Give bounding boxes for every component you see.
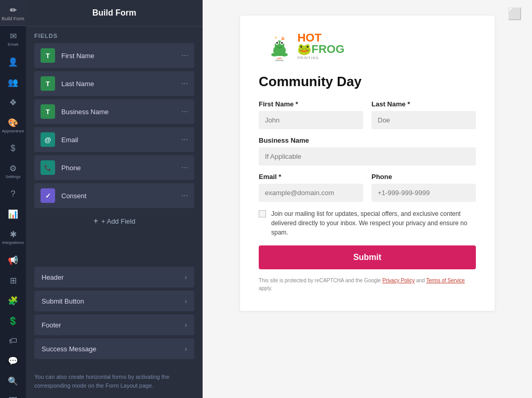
nav-item-group[interactable]: 👥 (0, 72, 26, 92)
terms-link[interactable]: Terms of Service (426, 278, 464, 283)
nav-item-apps[interactable]: ⊞ (0, 270, 26, 291)
business-name-input[interactable] (259, 147, 476, 166)
nav-item-help-circle[interactable]: ? (0, 184, 26, 204)
fields-section-label: FIELDS (34, 33, 194, 39)
name-row: First Name * Last Name * (259, 100, 476, 129)
add-field-plus-icon: + (94, 216, 98, 226)
email-nav-icon: ✉ (10, 31, 17, 41)
nav-item-user[interactable]: 👤 (0, 52, 26, 72)
svg-point-6 (271, 53, 278, 57)
main-area: ⬜ HOT (203, 0, 532, 398)
last-name-group: Last Name * (371, 100, 476, 129)
field-icon-phone: 📞 (41, 160, 55, 175)
integrations-nav-label: Integrations (2, 240, 24, 245)
svg-point-7 (281, 53, 288, 57)
last-name-label: Last Name * (371, 100, 476, 108)
field-icon-consent: ✓ (41, 188, 55, 203)
hot-frog-logo: HOT PRINTING (259, 32, 300, 63)
field-item-consent[interactable]: ✓ Consent ··· (34, 183, 194, 208)
section-item-header[interactable]: Header › (34, 267, 194, 287)
field-menu-consent[interactable]: ··· (181, 191, 188, 200)
section-item-footer[interactable]: Footer › (34, 314, 194, 335)
phone-label: Phone (371, 173, 476, 181)
apps-icon: ⊞ (10, 276, 17, 285)
field-icon-business-name: T (41, 104, 55, 119)
add-field-button[interactable]: + + Add Field (34, 211, 194, 231)
section-footer-label: Footer (42, 321, 184, 329)
tags-icon: 🏷 (9, 336, 17, 346)
section-success-label: Success Message (42, 345, 184, 353)
phone-input[interactable] (371, 184, 476, 202)
nav-item-widgets[interactable]: ❖ (0, 92, 26, 113)
business-name-group: Business Name (259, 136, 476, 166)
nav-item-billing[interactable]: $ (0, 139, 26, 158)
nav-item-addons[interactable]: 🧩 (0, 291, 26, 311)
sidebar-content: FIELDS T First Name ··· T Last Name ··· … (26, 26, 203, 263)
consent-checkbox[interactable] (259, 210, 266, 217)
field-menu-email[interactable]: ··· (181, 135, 188, 144)
first-name-input[interactable] (259, 111, 363, 129)
field-menu-business-name[interactable]: ··· (181, 107, 188, 116)
sidebar: Build Form FIELDS T First Name ··· T Las… (26, 0, 203, 398)
field-icon-last-name: T (41, 76, 55, 91)
field-label-email: Email (61, 136, 181, 144)
sidebar-header: Build Form (26, 0, 203, 26)
svg-point-4 (276, 42, 278, 44)
field-label-consent: Consent (61, 192, 181, 200)
last-name-input[interactable] (371, 111, 476, 129)
section-item-success-message[interactable]: Success Message › (34, 338, 194, 359)
nav-item-media[interactable]: 🖼 (0, 391, 26, 398)
field-label-last-name: Last Name (61, 80, 181, 88)
field-label-first-name: First Name (61, 52, 181, 60)
section-success-chevron: › (184, 345, 187, 353)
campaigns-icon: 📢 (8, 255, 18, 265)
settings-nav-label: Settings (6, 174, 21, 179)
phone-group: Phone (371, 173, 476, 202)
field-menu-phone[interactable]: ··· (181, 163, 188, 172)
privacy-policy-link[interactable]: Privacy Policy (382, 278, 415, 283)
icon-nav-top: ✉ Email 👤 👥 ❖ 🎨 Appearance $ ⚙ Settings … (0, 26, 26, 398)
nav-brand[interactable]: ✏ Build Form (0, 0, 26, 26)
field-menu-last-name[interactable]: ··· (181, 79, 188, 88)
tablet-icon[interactable]: ⬜ (508, 7, 522, 21)
nav-item-appearance[interactable]: 🎨 Appearance (0, 113, 26, 139)
help-circle-icon: ? (11, 189, 16, 199)
sidebar-hint: You can also create horizontal forms by … (26, 368, 203, 398)
nav-item-analytics[interactable]: 📊 (0, 204, 26, 224)
nav-brand-label: Build Form (2, 16, 24, 21)
business-row: Business Name (259, 136, 476, 166)
svg-text:PRINTING: PRINTING (275, 60, 284, 62)
section-item-submit-button[interactable]: Submit Button › (34, 291, 194, 311)
section-header-label: Header (42, 273, 184, 281)
nav-item-campaigns[interactable]: 📢 (0, 250, 26, 270)
email-input[interactable] (259, 184, 363, 202)
field-item-last-name[interactable]: T Last Name ··· (34, 71, 194, 96)
form-logo: HOT PRINTING HOT 🐸FROG PRINTING (259, 32, 476, 65)
submit-button[interactable]: Submit (259, 245, 476, 269)
field-menu-first-name[interactable]: ··· (181, 51, 188, 60)
email-group: Email * (259, 173, 363, 202)
nav-item-tags[interactable]: 🏷 (0, 331, 26, 351)
email-nav-label: Email (8, 42, 18, 47)
nav-item-integrations[interactable]: ✱ Integrations (0, 224, 26, 250)
field-item-phone[interactable]: 📞 Phone ··· (34, 155, 194, 180)
field-icon-first-name: T (41, 48, 55, 63)
addons-icon: 🧩 (8, 296, 18, 306)
section-header-chevron: › (184, 273, 187, 281)
form-title: Community Day (259, 74, 476, 90)
payments-icon: 💲 (8, 316, 18, 326)
search-icon: 🔍 (8, 376, 18, 386)
consent-text: Join our mailing list for updates, speci… (271, 209, 476, 237)
nav-item-email[interactable]: ✉ Email (0, 26, 26, 52)
nav-item-messages[interactable]: 💬 (0, 351, 26, 371)
field-item-business-name[interactable]: T Business Name ··· (34, 99, 194, 124)
sidebar-sections: Header › Submit Button › Footer › Succes… (26, 263, 203, 368)
field-item-email[interactable]: @ Email ··· (34, 127, 194, 152)
analytics-icon: 📊 (8, 209, 18, 219)
nav-item-search[interactable]: 🔍 (0, 371, 26, 391)
add-field-label: + Add Field (101, 217, 135, 225)
nav-item-settings[interactable]: ⚙ Settings (0, 158, 26, 184)
field-item-first-name[interactable]: T First Name ··· (34, 43, 194, 68)
nav-item-payments[interactable]: 💲 (0, 311, 26, 331)
appearance-icon: 🎨 (8, 118, 18, 128)
